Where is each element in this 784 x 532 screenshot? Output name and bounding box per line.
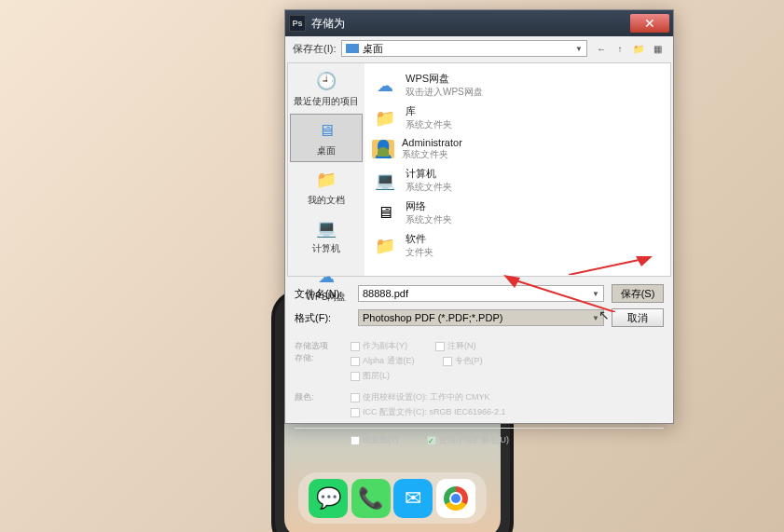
file-name: 计算机 <box>406 167 452 181</box>
save-sublabel: 存储: <box>295 352 332 364</box>
checkbox-icon <box>351 342 360 351</box>
checkbox-label: 使用小写扩展名(U) <box>439 434 510 446</box>
checkbox-label: 使用校样设置(O): 工作中的 CMYK <box>363 391 490 403</box>
file-subtitle: 文件夹 <box>406 246 433 259</box>
color-label: 颜色: <box>295 391 332 418</box>
phone-app-icon: 📞 <box>351 479 391 518</box>
sidebar-label: 计算机 <box>312 242 340 255</box>
option-checkbox[interactable]: 使用校样设置(O): 工作中的 CMYK <box>351 391 490 403</box>
option-checkbox[interactable]: 图层(L) <box>351 370 390 382</box>
chevron-down-icon: ▼ <box>592 290 599 298</box>
file-item[interactable]: 👤Administrator系统文件夹 <box>370 134 665 164</box>
filename-label: 文件名(N): <box>295 287 351 301</box>
dialog-titlebar: Ps 存储为 ✕ <box>285 10 673 36</box>
desktop-icon <box>346 44 359 53</box>
desktop-icon: 🖥 <box>311 118 341 143</box>
save-button[interactable]: 保存(S) <box>612 284 664 303</box>
checkbox-label: 专色(P) <box>455 355 483 367</box>
checkbox-icon <box>351 393 360 402</box>
sidebar-label: 最近使用的项目 <box>294 95 359 108</box>
sidebar-item-docs[interactable]: 📁我的文档 <box>290 164 363 211</box>
cancel-button[interactable]: 取消 <box>612 308 664 327</box>
mail-app-icon: ✉ <box>393 479 433 518</box>
nav-new-folder-icon[interactable]: 📁 <box>630 40 647 57</box>
chevron-down-icon: ▼ <box>575 45 583 53</box>
checkbox-label: 注释(N) <box>447 340 476 352</box>
recent-icon: 🕘 <box>311 69 341 93</box>
option-checkbox[interactable]: 专色(P) <box>443 355 483 367</box>
location-row: 保存在(I): 桌面 ▼ ← ↑ 📁 ▦ <box>285 36 673 61</box>
checkbox-icon: ✓ <box>427 436 436 445</box>
file-subtitle: 系统文件夹 <box>406 118 452 131</box>
file-name: 软件 <box>406 232 433 246</box>
location-label: 保存在(I): <box>293 42 336 56</box>
file-subtitle: 系统文件夹 <box>402 148 462 161</box>
file-name: Administrator <box>402 137 462 148</box>
checkbox-icon <box>443 357 452 366</box>
close-button[interactable]: ✕ <box>630 14 669 33</box>
file-name: 网络 <box>406 199 452 213</box>
computer-icon: 💻 <box>372 168 398 194</box>
messages-app-icon: 💬 <box>309 479 348 518</box>
file-item[interactable]: 💻计算机系统文件夹 <box>370 164 665 197</box>
file-item[interactable]: ☁WPS网盘双击进入WPS网盘 <box>370 69 665 102</box>
option-checkbox[interactable]: ICC 配置文件(C): sRGB IEC61966-2.1 <box>351 406 506 418</box>
file-item[interactable]: 📁库系统文件夹 <box>370 102 665 134</box>
checkbox-icon <box>351 372 360 381</box>
folder-icon: 📁 <box>372 233 398 259</box>
checkbox-label: 图层(L) <box>363 370 390 382</box>
format-label: 格式(F): <box>295 311 351 325</box>
sidebar-item-desktop[interactable]: 🖥桌面 <box>290 114 363 162</box>
file-item[interactable]: 📁软件文件夹 <box>370 229 665 262</box>
sidebar-label: 我的文档 <box>308 194 345 207</box>
sidebar-label: 桌面 <box>317 144 336 157</box>
computer-icon: 💻 <box>311 216 341 240</box>
checkbox-icon <box>351 357 360 366</box>
format-dropdown[interactable]: Photoshop PDF (*.PDF;*.PDP) ▼ <box>358 309 604 326</box>
nav-view-icon[interactable]: ▦ <box>649 40 666 57</box>
checkbox-icon <box>351 436 360 445</box>
save-options: 存储选项 存储: 作为副本(Y)注释(N)Alpha 通道(E)专色(P)图层(… <box>285 333 673 463</box>
file-subtitle: 系统文件夹 <box>406 181 452 194</box>
save-as-dialog: Ps 存储为 ✕ 保存在(I): 桌面 ▼ ← ↑ 📁 ▦ 🕘最近使用的项目🖥桌… <box>284 9 674 424</box>
option-checkbox[interactable]: 作为副本(Y) <box>351 340 407 352</box>
places-sidebar: 🕘最近使用的项目🖥桌面📁我的文档💻计算机☁WPS网盘 <box>288 63 364 276</box>
file-subtitle: 双击进入WPS网盘 <box>406 86 483 99</box>
option-checkbox[interactable]: 注释(N) <box>435 340 476 352</box>
location-dropdown[interactable]: 桌面 ▼ <box>341 40 587 57</box>
cloud-icon: ☁ <box>372 73 398 99</box>
checkbox-label: ICC 配置文件(C): sRGB IEC61966-2.1 <box>363 406 506 418</box>
checkbox-icon <box>351 408 360 417</box>
docs-icon: 📁 <box>311 168 341 192</box>
nav-up-icon[interactable]: ↑ <box>612 40 628 57</box>
cursor-icon: ↖ <box>598 307 610 322</box>
option-checkbox[interactable]: 缩览图(T) <box>351 434 399 446</box>
nav-back-icon[interactable]: ← <box>593 40 610 57</box>
checkbox-label: 作为副本(Y) <box>363 340 407 352</box>
file-item[interactable]: 🖥网络系统文件夹 <box>370 197 665 229</box>
phone-dock: 💬 📞 ✉ <box>298 472 487 524</box>
option-checkbox[interactable]: Alpha 通道(E) <box>351 355 415 367</box>
dialog-title: 存储为 <box>311 16 630 32</box>
photoshop-badge-icon: Ps <box>289 15 306 32</box>
location-value: 桌面 <box>363 42 383 56</box>
option-checkbox[interactable]: ✓使用小写扩展名(U) <box>427 434 510 446</box>
sidebar-item-recent[interactable]: 🕘最近使用的项目 <box>290 65 363 112</box>
file-name: 库 <box>406 104 452 118</box>
filename-input[interactable]: 88888.pdf ▼ <box>358 285 604 302</box>
admin-icon: 👤 <box>372 140 394 158</box>
checkbox-icon <box>435 342 445 351</box>
sidebar-item-computer[interactable]: 💻计算机 <box>290 212 363 259</box>
checkbox-label: Alpha 通道(E) <box>363 355 415 367</box>
network-icon: 🖥 <box>372 200 398 226</box>
chrome-app-icon <box>436 479 475 518</box>
file-name: WPS网盘 <box>406 72 483 86</box>
file-list: ☁WPS网盘双击进入WPS网盘📁库系统文件夹👤Administrator系统文件… <box>364 63 670 276</box>
folder-icon: 📁 <box>372 105 398 131</box>
checkbox-label: 缩览图(T) <box>363 434 399 446</box>
options-heading: 存储选项 <box>295 340 332 352</box>
file-subtitle: 系统文件夹 <box>406 213 452 226</box>
